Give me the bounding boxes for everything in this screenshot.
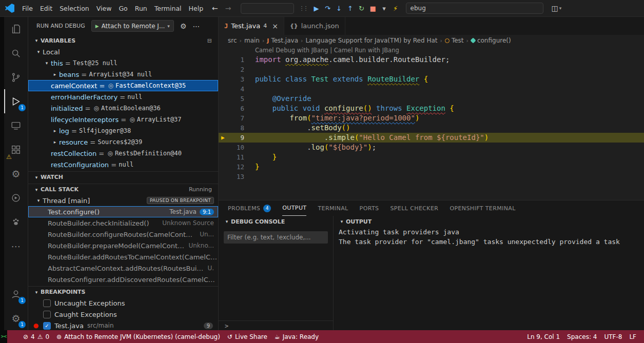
activity-item-live-share[interactable] <box>4 186 28 210</box>
code-editor[interactable]: Camel Debug with JBang | Camel Run with … <box>219 46 644 200</box>
activity-item-extensions[interactable]: ⚠ <box>4 137 28 162</box>
continue-icon[interactable]: ▶ <box>311 3 322 14</box>
hot-code-replace-icon[interactable]: ⚡ <box>391 3 401 14</box>
breakpoint-row[interactable]: Caught Exceptions <box>28 309 218 320</box>
activity-item-additional-views[interactable]: ⋯ <box>4 234 28 258</box>
code-line[interactable]: ▶9 .simple("Hello Camel from ${routeId}"… <box>219 133 644 143</box>
output-log[interactable]: Activating task providers javaThe task p… <box>334 227 644 247</box>
menu-file[interactable]: File <box>18 3 36 14</box>
breadcrumb-item[interactable]: src <box>228 37 237 44</box>
remote-indicator-icon[interactable]: >< <box>0 330 7 343</box>
code-line[interactable]: 4 <box>219 84 644 94</box>
code-line[interactable]: 6 public void configure() throws Excepti… <box>219 104 644 113</box>
variable-row[interactable]: ▾Local <box>28 46 218 57</box>
output-header[interactable]: ▾ OUTPUT <box>334 216 644 227</box>
back-arrow-icon[interactable]: ← <box>212 4 218 12</box>
lazy-eval-eye-icon[interactable]: ◎ <box>108 82 113 89</box>
status-cursor-position[interactable]: Ln 9, Col 1 <box>523 333 563 340</box>
variable-row[interactable]: ▸log = Slf4jLogger@38 <box>28 125 218 136</box>
lazy-eval-eye-icon[interactable]: ◎ <box>129 116 134 123</box>
breakpoint-checkbox[interactable]: ✓ <box>43 322 51 330</box>
chevron-down-icon[interactable]: ▾ <box>43 60 51 66</box>
menu-view[interactable]: View <box>93 3 115 14</box>
breakpoint-checkbox[interactable] <box>43 311 51 318</box>
menu-help[interactable]: Help <box>185 3 207 14</box>
debug-console-filter-input[interactable]: Filter (e.g. text, !exclude,... <box>224 231 328 244</box>
debug-toolbar-grip-icon[interactable]: ⋮⋮ <box>299 5 307 12</box>
stack-frame-row[interactable]: RouteBuilder.prepareModel(CamelContext)U… <box>28 240 218 251</box>
codelens-link[interactable]: Camel Run with JBang <box>334 47 399 54</box>
step-out-icon[interactable]: ↑ <box>345 3 356 14</box>
menu-selection[interactable]: Selection <box>56 3 93 14</box>
activity-item-camel[interactable] <box>4 210 28 234</box>
debug-console-repl-input[interactable]: > <box>219 320 333 331</box>
lazy-eval-eye-icon[interactable]: ◎ <box>94 105 99 112</box>
menu-edit[interactable]: Edit <box>36 3 56 14</box>
layout-toggle-button[interactable]: ◫ ▾ <box>552 4 562 12</box>
disconnect-icon[interactable]: ■ <box>368 3 378 14</box>
code-line[interactable]: 10 .log("${body}"); <box>219 143 644 152</box>
activity-item-search[interactable] <box>4 41 28 65</box>
breakpoints-section-header[interactable]: ▾ BREAKPOINTS <box>28 286 218 297</box>
panel-tab-output[interactable]: OUTPUT <box>282 200 306 216</box>
status-java-status[interactable]: ☕Java: Ready <box>271 333 322 340</box>
code-line[interactable]: 3public class Test extends RouteBuilder … <box>219 74 644 84</box>
codelens-link[interactable]: Camel Debug with JBang <box>255 47 328 54</box>
variable-row[interactable]: ▸beans = ArrayList@34 null <box>28 69 218 80</box>
status-live-share[interactable]: ↺Live Share <box>224 333 271 340</box>
stack-frame-row[interactable]: RouteBuilder.configureRoutes(CamelContex… <box>28 229 218 240</box>
code-line[interactable]: 12} <box>219 162 644 172</box>
stack-frame-row[interactable]: Test.configure()Test.java9:1 <box>28 206 218 217</box>
activity-item-accounts[interactable]: 1 <box>4 282 28 306</box>
variable-row[interactable]: errorHandlerFactory = null <box>28 91 218 103</box>
code-line[interactable]: 1import org.apache.camel.builder.RouteBu… <box>219 55 644 65</box>
close-icon[interactable]: × <box>272 22 278 30</box>
chevron-down-icon[interactable]: ▾ <box>34 49 43 54</box>
breakpoint-row[interactable]: ●✓Test.javasrc/main9 <box>28 320 218 330</box>
variable-row[interactable]: camelContext = ◎FastCamelContext@35 <box>28 80 218 91</box>
breakpoint-checkbox[interactable] <box>43 299 51 307</box>
activity-item-run-and-debug[interactable]: 1 <box>4 89 28 113</box>
code-line[interactable]: 11 } <box>219 152 644 162</box>
code-line[interactable]: 13 <box>219 172 644 181</box>
breadcrumb-item[interactable]: Test <box>445 37 464 44</box>
problems-status[interactable]: ⊘ 4 ⚠ 0 <box>19 333 53 340</box>
gear-icon[interactable]: ⚙ <box>180 22 187 30</box>
step-into-icon[interactable]: ↓ <box>334 3 344 14</box>
step-over-icon[interactable]: ↷ <box>323 3 333 14</box>
menu-run[interactable]: Run <box>131 3 151 14</box>
watch-section-header[interactable]: ▾ WATCH <box>28 171 218 183</box>
status-debug-session[interactable]: ⊚Attach to Remote JVM (Kubernetes) (came… <box>53 333 224 340</box>
chevron-right-icon[interactable]: ▸ <box>51 72 59 77</box>
code-line[interactable]: 7 from("timer:java?period=1000") <box>219 113 644 123</box>
chevron-right-icon[interactable]: ▸ <box>51 128 59 133</box>
code-line[interactable]: 5 @Override <box>219 94 644 104</box>
chevron-right-icon[interactable]: ▸ <box>51 139 59 145</box>
breadcrumb-item[interactable]: configure() <box>471 37 511 44</box>
breakpoint-row[interactable]: Uncaught Exceptions <box>28 297 218 309</box>
breadcrumb-item[interactable]: JTest.java <box>267 37 298 44</box>
editor-tab-Test.java[interactable]: JTest.java4× <box>219 17 284 35</box>
command-center[interactable] <box>241 3 294 14</box>
activity-item-manage[interactable]: ⚙1 <box>4 306 28 330</box>
debug-console-header[interactable]: ▾ DEBUG CONSOLE <box>219 216 333 227</box>
panel-tab-ports[interactable]: PORTS <box>360 200 379 216</box>
variable-row[interactable]: restConfiguration = null <box>28 159 218 170</box>
activity-item-remote-explorer[interactable] <box>4 113 28 137</box>
breadcrumb-item[interactable]: main <box>244 37 260 44</box>
panel-tab-openshift-terminal[interactable]: OPENSHIFT TERMINAL <box>450 200 515 216</box>
restart-icon[interactable]: ↻ <box>357 3 367 14</box>
variable-row[interactable]: restCollection = ◎RestsDefinition@40 <box>28 148 218 159</box>
thread-row[interactable]: ▾Thread [main]PAUSED ON BREAKPOINT <box>28 195 218 206</box>
editor-tab-launch.json[interactable]: {}launch.json <box>284 17 345 35</box>
launch-config-dropdown[interactable]: ▶ Attach to Remote J... ▾ <box>91 20 174 32</box>
stack-frame-row[interactable]: RouteBuilder.checkInitialized()Unknown S… <box>28 217 218 229</box>
variables-section-header[interactable]: ▾ VARIABLES ⊟ <box>28 35 218 46</box>
collapse-all-icon[interactable]: ⊟ <box>207 37 212 44</box>
stack-frame-row[interactable]: RoutesConfigurer.addDiscoveredRoutes(Cam… <box>28 274 218 285</box>
chevron-down-icon[interactable]: ▾ <box>34 198 43 203</box>
variable-row[interactable]: lifecycleInterceptors = ◎ArrayList@37 <box>28 114 218 125</box>
status-encoding[interactable]: UTF-8 <box>600 333 626 340</box>
status-eol[interactable]: LF <box>626 333 640 340</box>
activity-item-source-control[interactable] <box>4 65 28 89</box>
